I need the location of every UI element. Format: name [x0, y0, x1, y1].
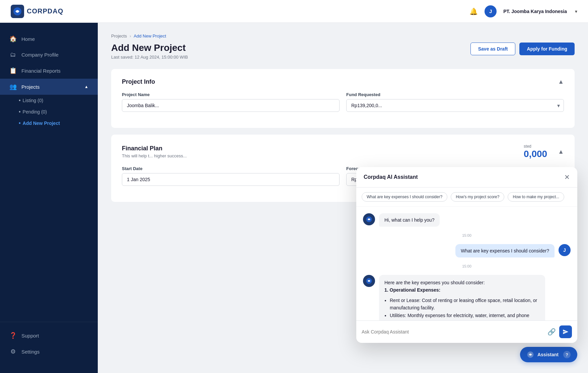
sidebar-nav: 🏠 Home 🗂 Company Profile 📋 Financial Rep…	[0, 31, 98, 322]
fund-requested-input[interactable]	[346, 99, 564, 112]
sidebar-item-pending[interactable]: Pending (0)	[19, 106, 98, 118]
assistant-button-label: Assistant	[537, 352, 559, 357]
sidebar-bottom: ❓ Support ⚙ Settings	[0, 322, 98, 365]
company-profile-icon: 🗂	[9, 51, 17, 58]
sidebar-item-company-label: Company Profile	[21, 52, 59, 58]
chat-message-2: Here are the key expenses you should con…	[363, 275, 571, 320]
financial-plan-title: Financial Plan	[122, 145, 162, 152]
bot-list-item-0: Rent or Lease: Cost of renting or leasin…	[390, 297, 540, 312]
bot-bubble-0: Hi, what can I help you?	[379, 213, 440, 227]
user-name: PT. Joomba Karya Indonesia	[503, 9, 567, 14]
fund-requested-label: Fund Requested	[346, 92, 564, 97]
sidebar-item-support[interactable]: ❓ Support	[0, 327, 98, 344]
home-icon: 🏠	[9, 35, 17, 43]
chat-input-field[interactable]	[362, 329, 544, 334]
financial-plan-title-group: Financial Plan This will help t... highe…	[122, 145, 187, 158]
chat-modal-wrapper: Corpdaq AI Assistant ✕ What are key expe…	[356, 167, 577, 343]
chat-close-icon[interactable]: ✕	[564, 173, 570, 181]
settings-icon: ⚙	[9, 348, 17, 355]
suggestion-chip-0[interactable]: What are key expenses I should consider?	[362, 192, 447, 202]
last-saved-text: Last saved: 12 Aug 2024, 15:00:00 WIB	[111, 55, 188, 60]
svg-point-5	[368, 280, 370, 282]
chat-input-row: 🔗	[356, 320, 577, 343]
start-date-label: Start Date	[122, 166, 340, 171]
svg-point-3	[368, 219, 370, 220]
project-name-group: Project Name	[122, 92, 340, 112]
bot-message-text-0: Hi, what can I help you?	[384, 217, 434, 223]
projects-icon: 👥	[9, 83, 17, 90]
project-info-header: Project Info ▲	[122, 78, 564, 85]
sidebar-item-listing[interactable]: Listing (0)	[19, 95, 98, 106]
chat-send-button[interactable]	[559, 325, 572, 338]
chat-header: Corpdaq AI Assistant ✕	[356, 167, 577, 188]
sidebar-item-listing-label: Listing (0)	[23, 98, 43, 103]
logo-icon	[11, 5, 24, 18]
suggestion-chip-1[interactable]: How's my project score?	[451, 192, 504, 202]
chat-message-0: Hi, what can I help you?	[363, 213, 571, 227]
svg-point-7	[530, 354, 531, 356]
chat-suggestions: What are key expenses I should consider?…	[356, 188, 577, 207]
bot-list-title: 1. Operational Expenses:	[384, 287, 440, 293]
attachment-icon[interactable]: 🔗	[547, 328, 556, 336]
project-info-section: Project Info ▲ Project Name Fund Request…	[111, 69, 575, 128]
financial-plan-right: sted 0,000 ▲	[524, 144, 564, 159]
sidebar-item-settings[interactable]: ⚙ Settings	[0, 344, 98, 360]
bot-message-intro: Here are the key expenses you should con…	[384, 280, 485, 285]
financial-reports-icon: 📋	[9, 67, 17, 74]
page-header: Add New Project Last saved: 12 Aug 2024,…	[111, 43, 575, 60]
sidebar-item-financial-label: Financial Reports	[21, 68, 61, 74]
amount-label: sted	[524, 144, 547, 149]
project-info-form: Project Name Fund Requested ▾	[122, 92, 564, 119]
fund-dropdown-icon[interactable]: ▾	[557, 102, 560, 109]
save-as-draft-button[interactable]: Save as Draft	[470, 43, 516, 55]
user-avatar-chat: J	[559, 244, 571, 256]
project-name-input[interactable]	[122, 99, 340, 112]
projects-chevron-icon: ▲	[84, 84, 88, 89]
fund-requested-group: Fund Requested ▾	[346, 92, 564, 112]
project-name-label: Project Name	[122, 92, 340, 97]
user-avatar: J	[485, 5, 497, 17]
send-icon	[563, 329, 569, 335]
project-info-collapse-icon[interactable]: ▲	[558, 78, 564, 85]
apply-for-funding-button[interactable]: Apply for Funding	[519, 43, 575, 55]
start-date-input[interactable]	[122, 173, 340, 186]
chat-modal[interactable]: Corpdaq AI Assistant ✕ What are key expe…	[356, 167, 577, 343]
sidebar-item-projects-label: Projects	[21, 84, 40, 90]
app-header: CORPDAQ 🔔 J PT. Joomba Karya Indonesia ▾	[0, 0, 588, 23]
sidebar-item-add-new-label: Add New Project	[23, 121, 60, 126]
bot-time-0: 15:00	[363, 233, 571, 237]
sidebar-item-add-new-project[interactable]: Add New Project	[19, 118, 98, 129]
logo-text: CORPDAQ	[27, 7, 63, 15]
chat-title: Corpdaq AI Assistant	[364, 174, 418, 180]
chat-message-1: J What are key expenses I should conside…	[363, 244, 571, 257]
sidebar-item-settings-label: Settings	[21, 349, 40, 355]
logo: CORPDAQ	[11, 5, 63, 18]
sidebar-item-company-profile[interactable]: 🗂 Company Profile	[0, 47, 98, 63]
notification-bell-icon[interactable]: 🔔	[469, 7, 478, 15]
breadcrumb-separator-icon: ›	[130, 33, 131, 39]
breadcrumb-parent[interactable]: Projects	[111, 33, 127, 39]
bot-message-content-1: Here are the key expenses you should con…	[384, 279, 540, 320]
amount-display: sted 0,000	[524, 144, 547, 159]
assistant-help-icon: ?	[563, 351, 571, 358]
bot-list-item-1: Utilities: Monthly expenses for electric…	[390, 312, 540, 320]
suggestion-chip-2[interactable]: How to make my project...	[508, 192, 564, 202]
amount-value: 0,000	[524, 149, 547, 159]
breadcrumb-current: Add New Project	[134, 33, 166, 39]
sidebar-item-home-label: Home	[21, 36, 35, 42]
financial-plan-collapse-icon[interactable]: ▲	[558, 148, 564, 155]
sidebar-item-pending-label: Pending (0)	[23, 109, 47, 115]
sidebar-item-financial-reports[interactable]: 📋 Financial Reports	[0, 63, 98, 79]
bot-avatar-1	[363, 275, 375, 287]
sidebar: 🏠 Home 🗂 Company Profile 📋 Financial Rep…	[0, 23, 98, 373]
user-menu-chevron-icon[interactable]: ▾	[575, 9, 577, 14]
bot-avatar-0	[363, 213, 375, 225]
sidebar-item-projects[interactable]: 👥 Projects ▲	[0, 79, 98, 95]
user-message-text-0: What are key expenses I should consider?	[461, 248, 549, 253]
page-title: Add New Project	[111, 43, 188, 53]
financial-plan-header: Financial Plan This will help t... highe…	[122, 144, 564, 159]
assistant-button[interactable]: Assistant ?	[520, 347, 577, 362]
sidebar-item-support-label: Support	[21, 333, 39, 339]
bot-bubble-1: Here are the key expenses you should con…	[379, 275, 545, 320]
sidebar-item-home[interactable]: 🏠 Home	[0, 31, 98, 47]
